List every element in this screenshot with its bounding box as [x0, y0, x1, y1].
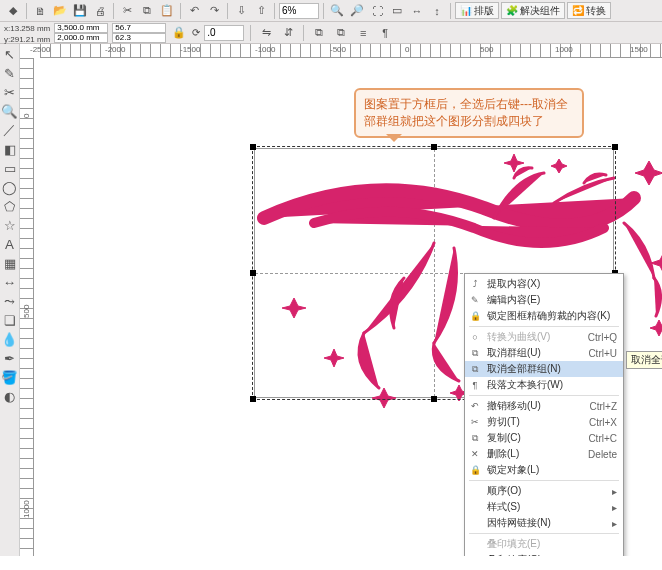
shapes-tool[interactable]: ☆	[2, 217, 18, 233]
ctx-item[interactable]: ⧉复制(C)Ctrl+C	[465, 430, 623, 446]
fit-sel-btn[interactable]: ⛶	[368, 2, 386, 20]
ctx-item[interactable]: ⧉取消全部群组(N)	[465, 361, 623, 377]
ruler-tick: 0	[405, 45, 409, 54]
ctx-icon: ✂	[468, 415, 482, 429]
ctx-label: 叠印填充(E)	[487, 537, 540, 551]
import-btn[interactable]: ⇩	[232, 2, 250, 20]
ctx-icon: ✕	[468, 447, 482, 461]
ctx-label: 取消群组(U)	[487, 346, 541, 360]
ctx-label: 删除(L)	[487, 447, 519, 461]
submenu-arrow-icon: ▸	[612, 502, 617, 513]
ctx-item[interactable]: 叠印轮廓(O)	[465, 552, 623, 556]
submenu-arrow-icon: ▸	[612, 518, 617, 529]
ruler-tick: 500	[480, 45, 493, 54]
canvas[interactable]: 图案置于方框后，全选后右键---取消全部群组就把这个图形分割成四块了	[34, 58, 662, 556]
zoom-out-btn[interactable]: 🔎	[348, 2, 366, 20]
ruler-tick: -500	[330, 45, 346, 54]
ctx-item[interactable]: ⤴提取内容(X)	[465, 276, 623, 292]
undo-btn[interactable]: ↶	[185, 2, 203, 20]
fit-page-btn[interactable]: ▭	[388, 2, 406, 20]
ctx-item[interactable]: ↶撤销移动(U)Ctrl+Z	[465, 398, 623, 414]
copy-btn[interactable]: ⧉	[138, 2, 156, 20]
height-field[interactable]	[54, 33, 108, 43]
eyedropper-tool[interactable]: 💧	[2, 331, 18, 347]
fit-width-btn[interactable]: ↔	[408, 2, 426, 20]
ctx-item[interactable]: ⧉取消群组(U)Ctrl+U	[465, 345, 623, 361]
text-tool[interactable]: A	[2, 236, 18, 252]
ctx-item[interactable]: 🔒锁定图框精确剪裁的内容(K)	[465, 308, 623, 324]
ctx-item[interactable]: ¶段落文本换行(W)	[465, 377, 623, 393]
ellipse-tool[interactable]: ◯	[2, 179, 18, 195]
ctx-item[interactable]: ✂剪切(T)Ctrl+X	[465, 414, 623, 430]
ctx-icon: 🔒	[468, 463, 482, 477]
pick-tool[interactable]: ↖	[2, 46, 18, 62]
smartfill-tool[interactable]: ◧	[2, 141, 18, 157]
ruler-tick: -1500	[180, 45, 200, 54]
ctx-shortcut: Ctrl+Z	[590, 401, 618, 412]
zoom-in-btn[interactable]: 🔍	[328, 2, 346, 20]
ctx-label: 转换为曲线(V)	[487, 330, 550, 344]
table-tool[interactable]: ▦	[2, 255, 18, 271]
new-btn[interactable]: 🗎	[31, 2, 49, 20]
ctx-label: 锁定图框精确剪裁的内容(K)	[487, 309, 610, 323]
scale-y-field[interactable]	[112, 33, 166, 43]
crop-tool[interactable]: ✂	[2, 84, 18, 100]
connector-tool[interactable]: ⤳	[2, 293, 18, 309]
context-menu: ⤴提取内容(X)✎编辑内容(E)🔒锁定图框精确剪裁的内容(K)○转换为曲线(V)…	[464, 273, 624, 556]
fill-tool[interactable]: 🪣	[2, 369, 18, 385]
ctx-item[interactable]: ✎编辑内容(E)	[465, 292, 623, 308]
ruler-tick: 1500	[630, 45, 648, 54]
ruler-tick: 0	[22, 114, 31, 118]
width-field[interactable]	[54, 23, 108, 33]
ctx-shortcut: Ctrl+Q	[588, 332, 617, 343]
scale-x-field[interactable]	[112, 23, 166, 33]
ruler-tick: 1000	[555, 45, 573, 54]
ctx-item[interactable]: 🔒锁定对象(L)	[465, 462, 623, 478]
ctx-item[interactable]: 样式(S)▸	[465, 499, 623, 515]
ctx-item[interactable]: ✕删除(L)Delete	[465, 446, 623, 462]
layout-btn[interactable]: 📊排版	[455, 2, 499, 19]
export-btn[interactable]: ⇧	[252, 2, 270, 20]
freehand-tool[interactable]: ／	[2, 122, 18, 138]
ctx-item[interactable]: 顺序(O)▸	[465, 483, 623, 499]
rectangle-tool[interactable]: ▭	[2, 160, 18, 176]
ctx-label: 编辑内容(E)	[487, 293, 540, 307]
redo-btn[interactable]: ↷	[205, 2, 223, 20]
mirror-h-btn[interactable]: ⇋	[257, 24, 275, 42]
ungroup-btn[interactable]: ⧉	[310, 24, 328, 42]
shape-tool[interactable]: ✎	[2, 65, 18, 81]
ruler-vertical: 05001000	[20, 58, 34, 556]
lock-ratio-btn[interactable]: 🔒	[170, 24, 188, 42]
wrap-btn[interactable]: ¶	[376, 24, 394, 42]
ctx-label: 剪切(T)	[487, 415, 520, 429]
rotate-field[interactable]	[204, 25, 244, 41]
ctx-icon: ⧉	[468, 362, 482, 376]
open-btn[interactable]: 📂	[51, 2, 69, 20]
ctx-item: ○转换为曲线(V)Ctrl+Q	[465, 329, 623, 345]
cut-btn[interactable]: ✂	[118, 2, 136, 20]
workspace: ↖ ✎ ✂ 🔍 ／ ◧ ▭ ◯ ⬠ ☆ A ▦ ↔ ⤳ ❏ 💧 ✒ 🪣 ◐ -2…	[0, 44, 662, 556]
interactive-fill-tool[interactable]: ◐	[2, 388, 18, 404]
plugins-btn[interactable]: 🧩解决组件	[501, 2, 565, 19]
x-value: 13.258 mm	[10, 24, 50, 33]
zoom-field[interactable]	[279, 3, 319, 19]
dimension-tool[interactable]: ↔	[2, 274, 18, 290]
align-btn[interactable]: ≡	[354, 24, 372, 42]
ruler-tick: 500	[22, 305, 31, 318]
convert-btn[interactable]: 🔁转换	[567, 2, 611, 19]
save-btn[interactable]: 💾	[71, 2, 89, 20]
ctx-item[interactable]: 因特网链接(N)▸	[465, 515, 623, 531]
ctx-label: 样式(S)	[487, 500, 520, 514]
print-btn[interactable]: 🖨	[91, 2, 109, 20]
ctx-shortcut: Ctrl+C	[588, 433, 617, 444]
zoom-tool[interactable]: 🔍	[2, 103, 18, 119]
ruler-tick: -1000	[255, 45, 275, 54]
blend-tool[interactable]: ❏	[2, 312, 18, 328]
mirror-v-btn[interactable]: ⇵	[279, 24, 297, 42]
y-value: 291.21 mm	[10, 35, 50, 44]
polygon-tool[interactable]: ⬠	[2, 198, 18, 214]
ungroup-all-btn[interactable]: ⧉	[332, 24, 350, 42]
paste-btn[interactable]: 📋	[158, 2, 176, 20]
fit-height-btn[interactable]: ↕	[428, 2, 446, 20]
outline-tool[interactable]: ✒	[2, 350, 18, 366]
